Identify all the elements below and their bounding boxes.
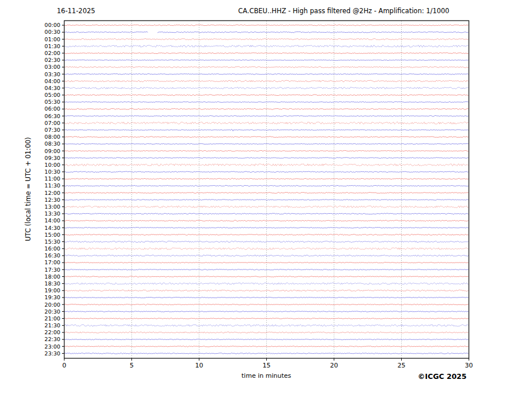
y-tick-label: 23:00 [45, 343, 60, 350]
y-tick-label: 08:30 [45, 140, 60, 147]
trace-18:00 [64, 276, 468, 277]
y-tick-label: 13:00 [45, 204, 60, 210]
trace-01:30 [64, 45, 468, 47]
y-tick-label: 20:30 [45, 308, 60, 315]
y-tick-label: 14:30 [45, 225, 60, 231]
y-tick-label: 18:00 [45, 273, 60, 280]
x-tick-label: 15 [263, 362, 271, 369]
y-tick-label: 16:00 [45, 245, 60, 252]
y-axis-label: UTC (local time = UTC + 01:00) [24, 137, 32, 241]
y-tick-label: 12:00 [45, 190, 60, 196]
trace-02:00 [64, 53, 468, 54]
trace-23:00 [64, 346, 468, 347]
trace-19:00 [64, 290, 468, 291]
y-tick-label: 04:30 [45, 85, 60, 91]
y-tick-label: 12:30 [45, 197, 60, 203]
y-tick-label: 03:30 [45, 71, 60, 77]
x-tick-label: 10 [195, 362, 203, 369]
y-tick-label: 00:00 [45, 22, 60, 28]
trace-05:30 [64, 101, 468, 102]
y-tick-label: 06:00 [45, 105, 60, 112]
trace-08:30 [64, 143, 468, 144]
trace-11:00 [64, 178, 468, 179]
y-tick-label: 15:30 [45, 238, 60, 245]
x-tick-label: 20 [330, 362, 338, 369]
y-tick-label: 10:00 [45, 162, 60, 168]
x-tick-label: 5 [130, 362, 134, 369]
y-tick-label: 07:30 [45, 127, 60, 133]
y-tick-label: 13:30 [45, 210, 60, 217]
y-tick-label: 22:00 [45, 329, 60, 335]
y-tick-label: 05:30 [45, 99, 60, 105]
trace-15:00 [64, 234, 468, 236]
trace-04:00 [64, 80, 468, 82]
figure-title: CA.CBEU..HHZ - High pass filtered @2Hz -… [238, 7, 449, 15]
trace-14:00 [64, 220, 468, 221]
trace-17:30 [64, 269, 468, 270]
x-axis-label: time in minutes [242, 372, 291, 380]
y-tick-label: 18:30 [45, 280, 60, 287]
trace-13:00 [64, 206, 468, 208]
trace-02:30 [64, 60, 468, 60]
y-tick-label: 17:00 [45, 259, 60, 265]
y-tick-label: 02:00 [45, 50, 60, 56]
trace-20:00 [64, 304, 468, 305]
trace-03:30 [64, 74, 468, 75]
y-tick-label: 02:30 [45, 57, 60, 63]
y-tick-label: 04:00 [45, 78, 60, 84]
y-tick-label: 03:00 [45, 64, 60, 70]
trace-22:30 [64, 339, 468, 339]
y-tick-label: 21:00 [45, 315, 60, 322]
y-tick-label: 15:00 [45, 232, 60, 238]
figure-date-label: 16-11-2025 [57, 7, 95, 15]
y-tick-label: 07:00 [45, 120, 60, 126]
y-tick-label: 08:00 [45, 134, 60, 140]
trace-00:30 [64, 32, 468, 33]
trace-16:30 [64, 255, 468, 256]
y-tick-label: 11:30 [45, 182, 60, 189]
y-tick-label: 11:00 [45, 175, 60, 182]
y-tick-label: 01:30 [45, 43, 60, 49]
y-tick-label: 20:00 [45, 302, 60, 308]
y-tick-label: 09:30 [45, 155, 60, 161]
trace-06:00 [64, 108, 468, 109]
y-tick-label: 00:30 [45, 29, 60, 35]
y-tick-label: 21:30 [45, 322, 60, 328]
trace-10:30 [64, 171, 468, 173]
trace-12:30 [64, 200, 468, 200]
y-tick-label: 05:00 [45, 92, 60, 98]
y-tick-label: 06:30 [45, 113, 60, 119]
x-tick-label: 0 [63, 362, 67, 369]
helicorder-plot: 00:0000:3001:0001:3002:0002:3003:0003:30… [0, 0, 532, 399]
y-tick-label: 09:00 [45, 148, 60, 154]
y-tick-label: 01:00 [45, 36, 60, 42]
y-tick-label: 17:30 [45, 267, 60, 273]
copyright-label: ©ICGC 2025 [418, 372, 467, 381]
y-tick-label: 14:00 [45, 217, 60, 224]
y-tick-label: 22:30 [45, 336, 60, 342]
helicorder-figure: 00:0000:3001:0001:3002:0002:3003:0003:30… [0, 0, 532, 399]
x-tick-label: 25 [398, 362, 406, 369]
y-tick-label: 19:00 [45, 287, 60, 294]
y-tick-label: 16:30 [45, 252, 60, 259]
trace-20:30 [64, 311, 468, 312]
x-tick-label: 30 [465, 362, 473, 369]
trace-23:30 [64, 353, 468, 354]
y-tick-label: 10:30 [45, 169, 60, 175]
y-tick-label: 19:30 [45, 294, 60, 300]
plot-frame [64, 21, 469, 358]
y-tick-label: 23:30 [45, 350, 60, 357]
